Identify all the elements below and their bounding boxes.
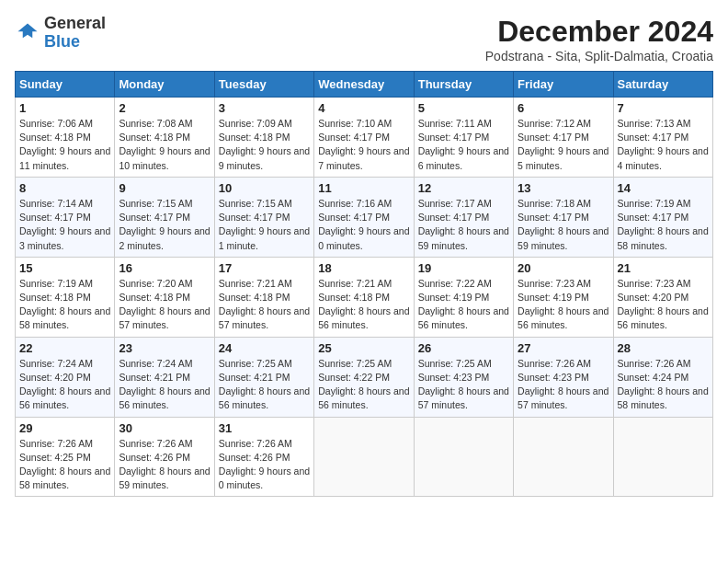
day-info: Sunrise: 7:06 AM Sunset: 4:18 PM Dayligh… <box>19 117 110 173</box>
daylight-label: Daylight: 8 hours and 56 minutes. <box>318 305 409 330</box>
calendar-cell: 26 Sunrise: 7:25 AM Sunset: 4:23 PM Dayl… <box>414 337 513 417</box>
sunrise-label: Sunrise: 7:25 AM <box>219 358 292 369</box>
sunset-label: Sunset: 4:20 PM <box>19 372 91 383</box>
sunset-label: Sunset: 4:22 PM <box>318 372 390 383</box>
day-number: 11 <box>318 181 409 195</box>
daylight-label: Daylight: 8 hours and 57 minutes. <box>418 385 509 410</box>
calendar-cell: 20 Sunrise: 7:23 AM Sunset: 4:19 PM Dayl… <box>514 257 613 337</box>
day-number: 27 <box>518 341 609 355</box>
sunset-label: Sunset: 4:17 PM <box>219 212 290 223</box>
daylight-label: Daylight: 9 hours and 9 minutes. <box>219 145 310 170</box>
day-number: 3 <box>219 101 310 115</box>
sunrise-label: Sunrise: 7:26 AM <box>618 358 691 369</box>
page-title: December 2024 <box>485 15 713 49</box>
daylight-label: Daylight: 8 hours and 57 minutes. <box>219 305 310 330</box>
daylight-label: Daylight: 8 hours and 56 minutes. <box>19 385 110 410</box>
title-block: December 2024 Podstrana - Sita, Split-Da… <box>485 15 713 63</box>
sunset-label: Sunset: 4:17 PM <box>418 212 490 223</box>
day-info: Sunrise: 7:24 AM Sunset: 4:20 PM Dayligh… <box>19 357 110 413</box>
calendar-day-header: Saturday <box>613 72 712 98</box>
day-number: 6 <box>518 101 609 115</box>
calendar-cell: 1 Sunrise: 7:06 AM Sunset: 4:18 PM Dayli… <box>16 98 115 178</box>
day-number: 24 <box>219 341 310 355</box>
day-number: 25 <box>318 341 409 355</box>
sunset-label: Sunset: 4:19 PM <box>418 292 490 303</box>
daylight-label: Daylight: 9 hours and 10 minutes. <box>119 145 210 170</box>
day-number: 4 <box>318 101 409 115</box>
logo: General Blue <box>15 15 106 52</box>
daylight-label: Daylight: 9 hours and 4 minutes. <box>618 145 709 170</box>
calendar-cell: 13 Sunrise: 7:18 AM Sunset: 4:17 PM Dayl… <box>514 177 613 257</box>
calendar-cell: 24 Sunrise: 7:25 AM Sunset: 4:21 PM Dayl… <box>214 337 313 417</box>
day-info: Sunrise: 7:24 AM Sunset: 4:21 PM Dayligh… <box>119 357 210 413</box>
sunset-label: Sunset: 4:17 PM <box>19 212 91 223</box>
calendar-cell: 11 Sunrise: 7:16 AM Sunset: 4:17 PM Dayl… <box>314 177 414 257</box>
calendar-cell: 4 Sunrise: 7:10 AM Sunset: 4:17 PM Dayli… <box>314 98 414 178</box>
sunrise-label: Sunrise: 7:19 AM <box>618 198 691 209</box>
calendar-cell: 8 Sunrise: 7:14 AM Sunset: 4:17 PM Dayli… <box>16 177 115 257</box>
calendar-day-header: Wednesday <box>314 72 414 98</box>
day-number: 23 <box>119 341 210 355</box>
day-info: Sunrise: 7:09 AM Sunset: 4:18 PM Dayligh… <box>219 117 310 173</box>
sunrise-label: Sunrise: 7:21 AM <box>219 278 292 289</box>
sunrise-label: Sunrise: 7:15 AM <box>219 198 292 209</box>
day-info: Sunrise: 7:18 AM Sunset: 4:17 PM Dayligh… <box>518 197 609 253</box>
day-number: 15 <box>19 261 110 275</box>
day-info: Sunrise: 7:25 AM Sunset: 4:23 PM Dayligh… <box>418 357 509 413</box>
sunset-label: Sunset: 4:18 PM <box>119 292 190 303</box>
day-info: Sunrise: 7:22 AM Sunset: 4:19 PM Dayligh… <box>418 277 509 333</box>
calendar-cell: 5 Sunrise: 7:11 AM Sunset: 4:17 PM Dayli… <box>414 98 513 178</box>
daylight-label: Daylight: 8 hours and 56 minutes. <box>418 305 509 330</box>
daylight-label: Daylight: 8 hours and 58 minutes. <box>19 465 110 490</box>
calendar-cell <box>314 417 414 497</box>
daylight-label: Daylight: 8 hours and 58 minutes. <box>19 305 110 330</box>
calendar-body: 1 Sunrise: 7:06 AM Sunset: 4:18 PM Dayli… <box>16 98 713 497</box>
day-info: Sunrise: 7:20 AM Sunset: 4:18 PM Dayligh… <box>119 277 210 333</box>
sunset-label: Sunset: 4:25 PM <box>19 452 91 463</box>
page-header: General Blue December 2024 Podstrana - S… <box>15 15 713 63</box>
day-info: Sunrise: 7:15 AM Sunset: 4:17 PM Dayligh… <box>119 197 210 253</box>
sunrise-label: Sunrise: 7:22 AM <box>418 278 492 289</box>
daylight-label: Daylight: 9 hours and 0 minutes. <box>219 465 310 490</box>
sunrise-label: Sunrise: 7:20 AM <box>119 278 192 289</box>
sunrise-label: Sunrise: 7:26 AM <box>518 358 591 369</box>
calendar-row: 8 Sunrise: 7:14 AM Sunset: 4:17 PM Dayli… <box>16 177 713 257</box>
day-number: 2 <box>119 101 210 115</box>
day-info: Sunrise: 7:25 AM Sunset: 4:21 PM Dayligh… <box>219 357 310 413</box>
sunrise-label: Sunrise: 7:06 AM <box>19 118 93 129</box>
calendar-cell <box>514 417 613 497</box>
daylight-label: Daylight: 9 hours and 7 minutes. <box>318 145 409 170</box>
daylight-label: Daylight: 8 hours and 59 minutes. <box>418 225 509 250</box>
logo-text: General Blue <box>44 15 106 52</box>
calendar-cell: 7 Sunrise: 7:13 AM Sunset: 4:17 PM Dayli… <box>613 98 712 178</box>
daylight-label: Daylight: 9 hours and 6 minutes. <box>418 145 509 170</box>
sunrise-label: Sunrise: 7:17 AM <box>418 198 492 209</box>
calendar-cell: 14 Sunrise: 7:19 AM Sunset: 4:17 PM Dayl… <box>613 177 712 257</box>
calendar-cell: 19 Sunrise: 7:22 AM Sunset: 4:19 PM Dayl… <box>414 257 513 337</box>
calendar-cell: 2 Sunrise: 7:08 AM Sunset: 4:18 PM Dayli… <box>115 98 214 178</box>
calendar-cell: 28 Sunrise: 7:26 AM Sunset: 4:24 PM Dayl… <box>613 337 712 417</box>
sunrise-label: Sunrise: 7:16 AM <box>318 198 392 209</box>
calendar-cell: 25 Sunrise: 7:25 AM Sunset: 4:22 PM Dayl… <box>314 337 414 417</box>
calendar-cell: 16 Sunrise: 7:20 AM Sunset: 4:18 PM Dayl… <box>115 257 214 337</box>
day-number: 31 <box>219 421 310 435</box>
day-info: Sunrise: 7:26 AM Sunset: 4:23 PM Dayligh… <box>518 357 609 413</box>
svg-marker-0 <box>18 23 38 38</box>
day-number: 17 <box>219 261 310 275</box>
day-number: 8 <box>19 181 110 195</box>
sunset-label: Sunset: 4:18 PM <box>119 132 190 143</box>
day-number: 28 <box>618 341 709 355</box>
day-info: Sunrise: 7:08 AM Sunset: 4:18 PM Dayligh… <box>119 117 210 173</box>
daylight-label: Daylight: 8 hours and 59 minutes. <box>119 465 210 490</box>
daylight-label: Daylight: 9 hours and 5 minutes. <box>518 145 609 170</box>
sunrise-label: Sunrise: 7:10 AM <box>318 118 392 129</box>
sunset-label: Sunset: 4:24 PM <box>618 372 689 383</box>
calendar-row: 29 Sunrise: 7:26 AM Sunset: 4:25 PM Dayl… <box>16 417 713 497</box>
sunrise-label: Sunrise: 7:21 AM <box>318 278 392 289</box>
calendar-cell <box>613 417 712 497</box>
day-info: Sunrise: 7:26 AM Sunset: 4:26 PM Dayligh… <box>119 437 210 493</box>
sunset-label: Sunset: 4:23 PM <box>418 372 490 383</box>
day-info: Sunrise: 7:15 AM Sunset: 4:17 PM Dayligh… <box>219 197 310 253</box>
sunrise-label: Sunrise: 7:14 AM <box>19 198 93 209</box>
calendar-cell: 10 Sunrise: 7:15 AM Sunset: 4:17 PM Dayl… <box>214 177 313 257</box>
